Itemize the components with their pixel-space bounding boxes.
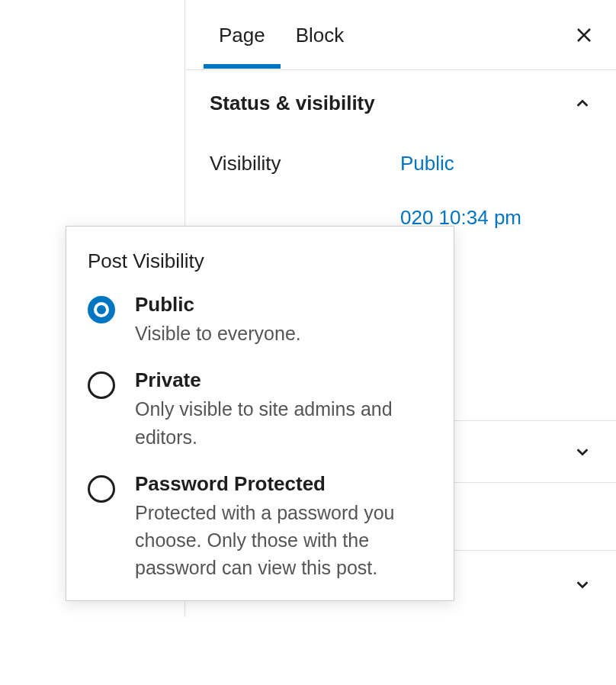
chevron-up-icon — [573, 95, 592, 113]
visibility-option-public[interactable]: Public Visible to everyone. — [88, 293, 432, 347]
chevron-down-icon — [573, 442, 592, 461]
close-icon — [575, 26, 593, 44]
panel-title: Status & visibility — [210, 92, 375, 115]
radio-description: Only visible to site admins and editors. — [135, 395, 432, 451]
sidebar-tabs: Page Block — [185, 0, 616, 70]
radio-content: Private Only visible to site admins and … — [135, 368, 432, 451]
chevron-down-icon — [573, 575, 592, 593]
radio-description: Protected with a password you choose. On… — [135, 499, 432, 582]
visibility-option-password[interactable]: Password Protected Protected with a pass… — [88, 472, 432, 582]
post-visibility-popover: Post Visibility Public Visible to everyo… — [66, 226, 454, 601]
radio-label: Public — [135, 293, 432, 317]
radio-content: Password Protected Protected with a pass… — [135, 472, 432, 582]
radio-label: Password Protected — [135, 472, 432, 496]
popover-title: Post Visibility — [88, 249, 432, 273]
visibility-row: Visibility Public — [210, 137, 592, 191]
tab-block[interactable]: Block — [281, 1, 360, 69]
radio-unselected-icon — [88, 475, 115, 503]
radio-label: Private — [135, 368, 432, 392]
visibility-option-private[interactable]: Private Only visible to site admins and … — [88, 368, 432, 451]
visibility-value[interactable]: Public — [400, 152, 454, 175]
radio-content: Public Visible to everyone. — [135, 293, 432, 347]
close-sidebar-button[interactable] — [573, 24, 595, 46]
tab-page[interactable]: Page — [204, 1, 281, 69]
panel-status-visibility-header[interactable]: Status & visibility — [185, 70, 616, 137]
radio-unselected-icon — [88, 371, 115, 399]
radio-description: Visible to everyone. — [135, 320, 432, 347]
radio-selected-icon — [88, 296, 115, 323]
visibility-label: Visibility — [210, 152, 400, 175]
